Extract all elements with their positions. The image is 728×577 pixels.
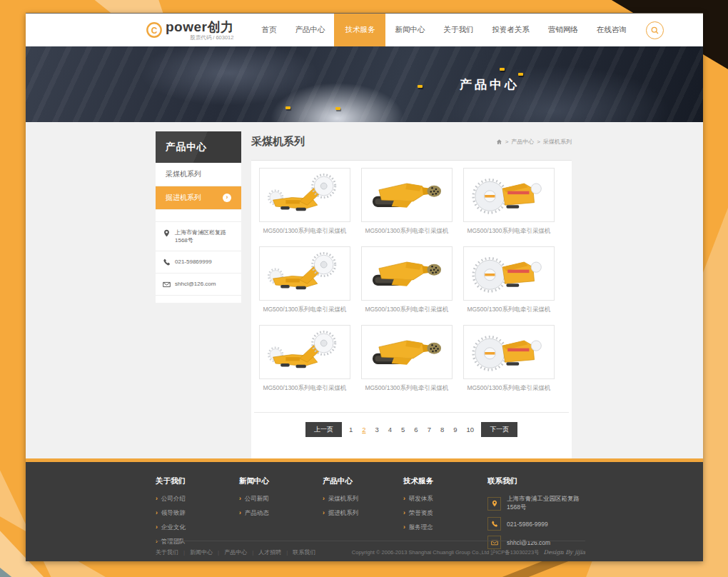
nav-item-about[interactable]: 关于我们 — [434, 14, 482, 46]
truck-dot — [500, 68, 505, 71]
arrow-bullet-icon — [239, 509, 245, 516]
location-pin-icon — [163, 229, 171, 237]
breadcrumb-products[interactable]: 产品中心 — [511, 138, 534, 146]
product-card[interactable]: MG500/1300系列电牵引采煤机 — [463, 168, 555, 237]
arrow-bullet-icon — [156, 509, 161, 516]
product-card[interactable]: MG500/1300系列电牵引采煤机 — [259, 246, 350, 316]
logo[interactable]: C power创力 股票代码 / 603012 — [146, 14, 233, 46]
product-card[interactable]: MG500/1300系列电牵引采煤机 — [463, 325, 555, 394]
prev-page-button[interactable]: 上一页 — [305, 422, 342, 437]
sidebar-title: 产品中心 — [156, 131, 241, 163]
phone-icon — [487, 517, 501, 531]
nav-item-marketing[interactable]: 营销网络 — [539, 14, 587, 46]
page-number-6[interactable]: 6 — [412, 426, 420, 433]
page-number-5[interactable]: 5 — [399, 426, 407, 433]
page-number-2-active[interactable]: 2 — [360, 426, 368, 433]
product-label: MG500/1300系列电牵引采煤机 — [463, 379, 555, 394]
footer-link[interactable]: 公司介绍 — [156, 495, 239, 503]
phone-icon — [163, 259, 171, 266]
hero-banner: 产品中心 — [26, 46, 703, 122]
product-label: MG500/1300系列电牵引采煤机 — [361, 379, 453, 394]
logo-icon: C — [146, 21, 163, 39]
footer-link[interactable]: 研发体系 — [403, 495, 487, 503]
nav-item-products[interactable]: 产品中心 — [285, 14, 334, 46]
nav-item-tech-service[interactable]: 技术服务 — [334, 14, 385, 46]
sidebar-address-row: 上海市青浦区崧复路1568号 — [156, 221, 241, 251]
page-number-3[interactable]: 3 — [373, 426, 380, 433]
product-label: MG500/1300系列电牵引采煤机 — [463, 222, 555, 237]
sidebar-item-label: 掘进机系列 — [166, 193, 201, 203]
page-number-7[interactable]: 7 — [425, 426, 433, 433]
sidebar-item-shearer-series[interactable]: 采煤机系列 — [156, 163, 241, 186]
footer-link[interactable]: 荣誉资质 — [403, 509, 487, 518]
footer-link[interactable]: 领导致辞 — [156, 509, 239, 518]
nav-item-investor[interactable]: 投资者关系 — [482, 14, 539, 46]
product-label: MG500/1300系列电牵引采煤机 — [259, 379, 350, 394]
footer-bottom-bar: 关于我们 新闻中心 产品中心 人才招聘 联系我们 Copyright © 200… — [156, 541, 585, 556]
product-image-disc — [463, 246, 555, 301]
logo-word: power — [166, 19, 207, 34]
search-button[interactable] — [646, 21, 664, 39]
product-card[interactable]: MG500/1300系列电牵引采煤机 — [361, 246, 453, 316]
nav-item-consult[interactable]: 在线咨询 — [587, 14, 636, 46]
product-image-roadheader — [361, 168, 453, 222]
sidebar-phone-row: 021-59869999 — [156, 251, 241, 273]
arrow-bullet-icon — [323, 495, 328, 502]
arrow-bullet-icon — [239, 495, 245, 502]
nav-item-home[interactable]: 首页 — [252, 14, 285, 46]
product-label: MG500/1300系列电牵引采煤机 — [259, 301, 350, 316]
page-number-9[interactable]: 9 — [451, 426, 459, 433]
site-page: C power创力 股票代码 / 603012 首页 产品中心 技术服务 新闻中… — [26, 13, 703, 561]
footer-phone-row: 021-5986-9999 — [487, 517, 585, 531]
home-icon[interactable] — [496, 139, 502, 145]
bottom-link-careers[interactable]: 人才招聘 — [247, 548, 281, 556]
footer-link[interactable]: 采煤机系列 — [323, 495, 403, 503]
product-label: MG500/1300系列电牵引采煤机 — [361, 222, 453, 237]
footer-link[interactable]: 产品动态 — [239, 509, 323, 518]
arrow-bullet-icon — [156, 523, 161, 531]
bottom-link-news[interactable]: 新闻中心 — [178, 548, 213, 556]
arrow-bullet-icon — [323, 509, 328, 516]
sidebar: 产品中心 采煤机系列 掘进机系列 › 上海市青浦区崧复路1568号 021-59… — [156, 131, 241, 303]
product-card[interactable]: MG500/1300系列电牵引采煤机 — [361, 325, 453, 394]
page-number-4[interactable]: 4 — [386, 426, 394, 433]
footer-link[interactable]: 掘进机系列 — [323, 509, 403, 518]
next-page-button[interactable]: 下一页 — [481, 422, 517, 437]
copyright-text: Copyright © 2006-2013 Shanghai Chuangli … — [352, 549, 540, 556]
design-credit: Design By jijia — [544, 549, 585, 556]
footer-link[interactable]: 公司新闻 — [239, 495, 323, 503]
sidebar-address: 上海市青浦区崧复路1568号 — [175, 229, 234, 244]
breadcrumb-sep: > — [537, 139, 540, 145]
email-icon — [163, 281, 171, 288]
product-card[interactable]: MG500/1300系列电牵引采煤机 — [259, 325, 350, 394]
footer-link[interactable]: 服务理念 — [403, 523, 487, 532]
truck-dot — [335, 107, 340, 110]
footer-col-title: 产品中心 — [323, 476, 403, 486]
product-card[interactable]: MG500/1300系列电牵引采煤机 — [259, 168, 350, 237]
product-card[interactable]: MG500/1300系列电牵引采煤机 — [463, 246, 555, 316]
footer-phone: 021-5986-9999 — [507, 521, 548, 528]
sidebar-email: shhcl@126.com — [175, 280, 216, 288]
product-label: MG500/1300系列电牵引采煤机 — [463, 301, 555, 316]
page-number-8[interactable]: 8 — [438, 426, 446, 433]
product-image-roadheader — [361, 246, 453, 301]
sidebar-item-roadheader-series[interactable]: 掘进机系列 › — [156, 186, 241, 210]
page-number-10[interactable]: 10 — [465, 426, 477, 433]
footer-address-row: 上海市青浦工业园区崧复路1568号 — [487, 495, 585, 512]
bottom-link-about[interactable]: 关于我们 — [156, 548, 178, 556]
product-image-shearer — [259, 325, 350, 379]
pagination-divider — [254, 412, 569, 413]
bottom-link-products[interactable]: 产品中心 — [213, 548, 247, 556]
nav-item-news[interactable]: 新闻中心 — [385, 14, 434, 46]
logo-tagline: 股票代码 / 603012 — [166, 35, 233, 41]
content-area: 产品中心 采煤机系列 掘进机系列 › 上海市青浦区崧复路1568号 021-59… — [26, 122, 703, 458]
product-image-disc — [463, 325, 555, 379]
header: C power创力 股票代码 / 603012 首页 产品中心 技术服务 新闻中… — [26, 14, 703, 46]
breadcrumb-current[interactable]: 采煤机系列 — [543, 138, 572, 146]
page-number-1[interactable]: 1 — [347, 426, 355, 433]
footer-link[interactable]: 企业文化 — [156, 523, 239, 532]
product-image-shearer — [259, 246, 350, 301]
bottom-link-contact[interactable]: 联系我们 — [281, 548, 315, 556]
product-card[interactable]: MG500/1300系列电牵引采煤机 — [361, 168, 453, 237]
truck-dot — [518, 73, 523, 76]
